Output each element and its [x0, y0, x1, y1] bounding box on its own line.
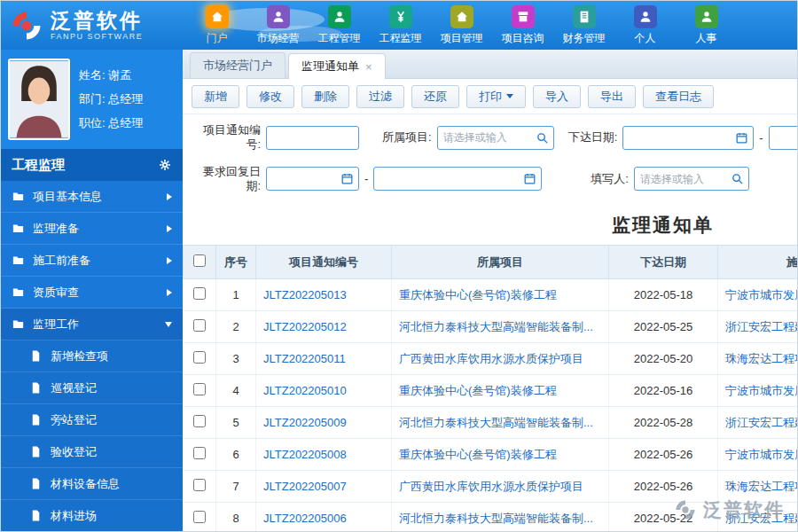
edit-button[interactable]: 修改: [246, 85, 294, 108]
sidebar-subitem-side-station-register[interactable]: 旁站登记: [1, 404, 183, 436]
table-row[interactable]: 4 JLTZ202205010 重庆体验中心(叁号馆)装修工程 2022-05-…: [184, 375, 798, 407]
select-all-checkbox[interactable]: [193, 254, 206, 267]
notice-code-link[interactable]: JLTZ202205010: [263, 384, 347, 397]
row-checkbox[interactable]: [193, 351, 206, 364]
table-row[interactable]: 6 JLTZ202205008 重庆体验中心(叁号馆)装修工程 2022-05-…: [184, 439, 798, 471]
table-row[interactable]: 3 JLTZ202205011 广西黄田水库饮用水源水质保护项目 2022-05…: [184, 343, 798, 375]
topnav-label: 工程监理: [379, 31, 422, 46]
row-checkbox[interactable]: [193, 415, 206, 427]
issue-date: 2022-05-25: [609, 311, 718, 343]
calendar-icon[interactable]: [523, 172, 536, 185]
topnav-item-market[interactable]: 市场经营: [247, 5, 309, 46]
project-link[interactable]: 重庆体验中心(叁号馆)装修工程: [399, 448, 557, 461]
topnav-label: 项目咨询: [502, 31, 544, 46]
sidebar-item-qualification-review[interactable]: 资质审查: [1, 277, 183, 309]
notice-code-link[interactable]: JLTZ202205011: [263, 352, 346, 365]
sidebar-subitem-add-check-item[interactable]: 新增检查项: [1, 340, 183, 372]
project-select-field[interactable]: [437, 126, 554, 150]
tab-supervision-notice[interactable]: 监理通知单 ×: [288, 53, 386, 79]
project-link[interactable]: 重庆体验中心(叁号馆)装修工程: [399, 384, 557, 397]
unit-link[interactable]: 宁波市城市发展集...: [725, 448, 797, 461]
export-button[interactable]: 导出: [588, 85, 636, 108]
row-checkbox[interactable]: [193, 479, 206, 491]
writer-input[interactable]: [635, 168, 731, 190]
reply-date-to-input[interactable]: [374, 168, 523, 190]
notice-code-link[interactable]: JLTZ202205012: [263, 320, 347, 333]
topnav-item-consulting[interactable]: 项目咨询: [492, 5, 553, 46]
notice-code-link[interactable]: JLTZ202205007: [263, 480, 347, 493]
unit-link[interactable]: 宁波市城市发展集...: [725, 288, 797, 301]
sidebar-item-supervision-work[interactable]: 监理工作: [1, 309, 183, 340]
row-checkbox[interactable]: [193, 447, 206, 459]
unit-link[interactable]: 浙江安宏工程建...: [725, 512, 797, 525]
notice-code-link[interactable]: JLTZ202205008: [263, 448, 347, 461]
row-checkbox[interactable]: [193, 383, 206, 395]
unit-link[interactable]: 珠海宏达工程项目...: [725, 480, 797, 493]
topnav-item-portal[interactable]: 门户: [186, 5, 247, 46]
table-row[interactable]: 1 JLTZ202205013 重庆体验中心(叁号馆)装修工程 2022-05-…: [184, 279, 798, 311]
print-button[interactable]: 打印: [466, 85, 526, 108]
sidebar-item-project-basic-info[interactable]: 项目基本信息: [1, 181, 183, 213]
project-link[interactable]: 河北恒力泰科技大型高端智能装备制...: [399, 320, 593, 333]
reply-date-from-input[interactable]: [267, 168, 340, 190]
row-seq: 3: [216, 343, 256, 375]
add-button[interactable]: 新增: [192, 85, 239, 108]
reply-date-to-field[interactable]: [373, 167, 542, 191]
notice-no-label: 项目通知编号:: [190, 123, 261, 153]
reset-button[interactable]: 还原: [411, 85, 459, 108]
project-link[interactable]: 重庆体验中心(叁号馆)装修工程: [399, 288, 557, 301]
issue-date-to-input[interactable]: [770, 127, 797, 149]
delete-button[interactable]: 删除: [301, 85, 349, 108]
topnav-item-personal[interactable]: 个人: [614, 5, 676, 46]
calendar-icon[interactable]: [340, 172, 354, 185]
unit-link[interactable]: 珠海宏达工程项目...: [725, 352, 797, 365]
gear-icon[interactable]: [158, 158, 172, 172]
tab-market-portal[interactable]: 市场经营门户: [190, 52, 286, 78]
row-checkbox[interactable]: [193, 287, 206, 300]
view-log-button[interactable]: 查看日志: [643, 85, 714, 108]
project-link[interactable]: 河北恒力泰科技大型高端智能装备制...: [399, 512, 593, 525]
topnav-item-engineering-mgmt[interactable]: 工程管理: [309, 5, 370, 46]
sidebar-subitem-acceptance-register[interactable]: 验收登记: [1, 436, 183, 468]
topnav-item-hr[interactable]: 人事: [676, 5, 737, 46]
row-checkbox[interactable]: [193, 319, 206, 332]
project-link[interactable]: 广西黄田水库饮用水源水质保护项目: [399, 352, 583, 365]
notice-code-link[interactable]: JLTZ202205009: [263, 416, 347, 429]
topnav-item-finance[interactable]: 财务管理: [553, 5, 614, 46]
import-button[interactable]: 导入: [533, 85, 581, 108]
unit-link[interactable]: 浙江安宏工程建设...: [725, 416, 797, 429]
sidebar-item-preconstruction-prep[interactable]: 施工前准备: [1, 245, 183, 277]
table-row[interactable]: 7 JLTZ202205007 广西黄田水库饮用水源水质保护项目 2022-05…: [184, 471, 798, 503]
issue-date-from-field[interactable]: [622, 126, 754, 150]
sidebar-subitem-material-entry[interactable]: 材料进场: [1, 500, 183, 531]
unit-link[interactable]: 浙江安宏工程建设...: [725, 320, 797, 333]
close-icon[interactable]: ×: [365, 61, 372, 73]
topnav-label: 门户: [207, 31, 228, 46]
table-row[interactable]: 8 JLTZ202205006 河北恒力泰科技大型高端智能装备制... 2022…: [184, 503, 798, 532]
topnav-item-project-mgmt[interactable]: 项目管理: [431, 5, 492, 46]
filter-button[interactable]: 过滤: [356, 85, 404, 108]
issue-date-to-field[interactable]: [769, 126, 797, 150]
topnav-item-supervision[interactable]: 工程监理: [370, 5, 431, 46]
sidebar-section-header[interactable]: 工程监理: [1, 149, 183, 181]
reply-date-from-field[interactable]: [266, 167, 359, 191]
project-link[interactable]: 河北恒力泰科技大型高端智能装备制...: [399, 416, 593, 429]
notice-code-link[interactable]: JLTZ202205006: [263, 512, 347, 525]
project-input[interactable]: [438, 127, 536, 149]
table-row[interactable]: 5 JLTZ202205009 河北恒力泰科技大型高端智能装备制... 2022…: [184, 407, 798, 439]
search-icon[interactable]: [536, 131, 549, 145]
calendar-icon[interactable]: [735, 131, 748, 145]
finance-ledger-icon: [573, 5, 596, 28]
project-link[interactable]: 广西黄田水库饮用水源水质保护项目: [399, 480, 583, 493]
notice-code-link[interactable]: JLTZ202205013: [263, 288, 347, 301]
notice-no-input[interactable]: [266, 126, 359, 150]
unit-link[interactable]: 宁波市城市发展集...: [725, 384, 797, 397]
search-icon[interactable]: [731, 172, 744, 185]
issue-date-from-input[interactable]: [623, 127, 735, 149]
sidebar-subitem-material-equipment-info[interactable]: 材料设备信息: [1, 468, 183, 500]
sidebar-subitem-patrol-register[interactable]: 巡视登记: [1, 372, 183, 404]
table-row[interactable]: 2 JLTZ202205012 河北恒力泰科技大型高端智能装备制... 2022…: [184, 311, 798, 343]
sidebar-item-supervision-prep[interactable]: 监理准备: [1, 213, 183, 245]
writer-select-field[interactable]: [634, 167, 749, 191]
row-checkbox[interactable]: [193, 511, 206, 523]
